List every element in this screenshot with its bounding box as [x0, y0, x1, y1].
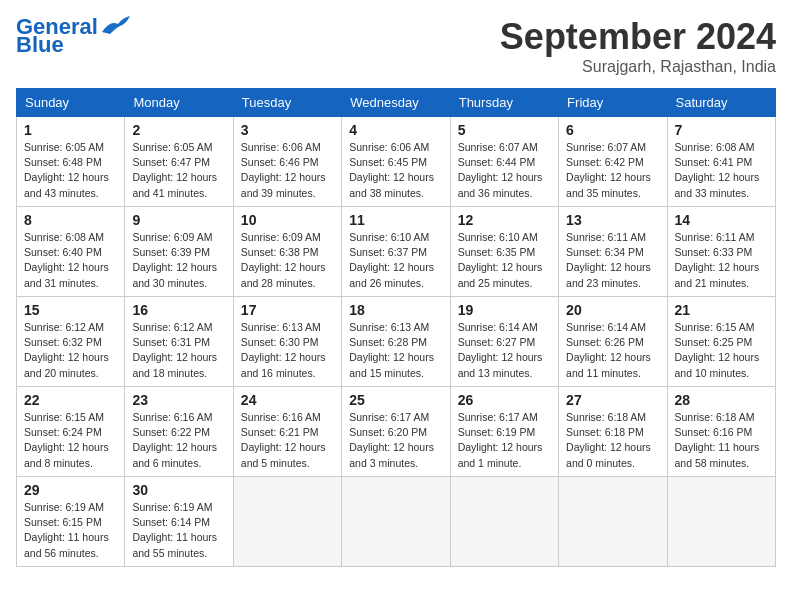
day-info: Sunrise: 6:18 AMSunset: 6:18 PMDaylight:…: [566, 411, 651, 469]
day-info: Sunrise: 6:19 AMSunset: 6:15 PMDaylight:…: [24, 501, 109, 559]
calendar-day-cell: 28 Sunrise: 6:18 AMSunset: 6:16 PMDaylig…: [667, 387, 775, 477]
day-info: Sunrise: 6:11 AMSunset: 6:33 PMDaylight:…: [675, 231, 760, 289]
logo-blue-text: Blue: [16, 34, 64, 56]
col-header-monday: Monday: [125, 89, 233, 117]
day-number: 5: [458, 122, 551, 138]
day-info: Sunrise: 6:13 AMSunset: 6:28 PMDaylight:…: [349, 321, 434, 379]
day-info: Sunrise: 6:07 AMSunset: 6:44 PMDaylight:…: [458, 141, 543, 199]
day-number: 6: [566, 122, 659, 138]
calendar-day-cell: 14 Sunrise: 6:11 AMSunset: 6:33 PMDaylig…: [667, 207, 775, 297]
day-number: 1: [24, 122, 117, 138]
col-header-thursday: Thursday: [450, 89, 558, 117]
empty-cell: [450, 477, 558, 567]
day-number: 22: [24, 392, 117, 408]
calendar-day-cell: 16 Sunrise: 6:12 AMSunset: 6:31 PMDaylig…: [125, 297, 233, 387]
page-header: General Blue September 2024 Surajgarh, R…: [16, 16, 776, 76]
empty-cell: [667, 477, 775, 567]
col-header-saturday: Saturday: [667, 89, 775, 117]
day-info: Sunrise: 6:19 AMSunset: 6:14 PMDaylight:…: [132, 501, 217, 559]
calendar-week-row: 15 Sunrise: 6:12 AMSunset: 6:32 PMDaylig…: [17, 297, 776, 387]
day-info: Sunrise: 6:15 AMSunset: 6:25 PMDaylight:…: [675, 321, 760, 379]
day-info: Sunrise: 6:10 AMSunset: 6:37 PMDaylight:…: [349, 231, 434, 289]
calendar-day-cell: 10 Sunrise: 6:09 AMSunset: 6:38 PMDaylig…: [233, 207, 341, 297]
month-year-title: September 2024: [500, 16, 776, 58]
day-number: 7: [675, 122, 768, 138]
col-header-wednesday: Wednesday: [342, 89, 450, 117]
col-header-sunday: Sunday: [17, 89, 125, 117]
day-number: 19: [458, 302, 551, 318]
calendar-day-cell: 5 Sunrise: 6:07 AMSunset: 6:44 PMDayligh…: [450, 117, 558, 207]
calendar-week-row: 8 Sunrise: 6:08 AMSunset: 6:40 PMDayligh…: [17, 207, 776, 297]
day-number: 16: [132, 302, 225, 318]
calendar-day-cell: 9 Sunrise: 6:09 AMSunset: 6:39 PMDayligh…: [125, 207, 233, 297]
day-number: 28: [675, 392, 768, 408]
calendar-day-cell: 25 Sunrise: 6:17 AMSunset: 6:20 PMDaylig…: [342, 387, 450, 477]
day-number: 17: [241, 302, 334, 318]
day-info: Sunrise: 6:13 AMSunset: 6:30 PMDaylight:…: [241, 321, 326, 379]
col-header-friday: Friday: [559, 89, 667, 117]
day-number: 26: [458, 392, 551, 408]
day-info: Sunrise: 6:09 AMSunset: 6:39 PMDaylight:…: [132, 231, 217, 289]
day-info: Sunrise: 6:17 AMSunset: 6:19 PMDaylight:…: [458, 411, 543, 469]
col-header-tuesday: Tuesday: [233, 89, 341, 117]
day-info: Sunrise: 6:11 AMSunset: 6:34 PMDaylight:…: [566, 231, 651, 289]
day-info: Sunrise: 6:16 AMSunset: 6:22 PMDaylight:…: [132, 411, 217, 469]
day-info: Sunrise: 6:07 AMSunset: 6:42 PMDaylight:…: [566, 141, 651, 199]
day-number: 21: [675, 302, 768, 318]
day-info: Sunrise: 6:14 AMSunset: 6:27 PMDaylight:…: [458, 321, 543, 379]
day-info: Sunrise: 6:18 AMSunset: 6:16 PMDaylight:…: [675, 411, 760, 469]
calendar-week-row: 1 Sunrise: 6:05 AMSunset: 6:48 PMDayligh…: [17, 117, 776, 207]
logo-bird-icon: [100, 14, 132, 36]
calendar-day-cell: 8 Sunrise: 6:08 AMSunset: 6:40 PMDayligh…: [17, 207, 125, 297]
calendar-day-cell: 3 Sunrise: 6:06 AMSunset: 6:46 PMDayligh…: [233, 117, 341, 207]
calendar-day-cell: 30 Sunrise: 6:19 AMSunset: 6:14 PMDaylig…: [125, 477, 233, 567]
calendar-day-cell: 13 Sunrise: 6:11 AMSunset: 6:34 PMDaylig…: [559, 207, 667, 297]
calendar-day-cell: 21 Sunrise: 6:15 AMSunset: 6:25 PMDaylig…: [667, 297, 775, 387]
day-info: Sunrise: 6:17 AMSunset: 6:20 PMDaylight:…: [349, 411, 434, 469]
day-info: Sunrise: 6:12 AMSunset: 6:31 PMDaylight:…: [132, 321, 217, 379]
calendar-day-cell: 4 Sunrise: 6:06 AMSunset: 6:45 PMDayligh…: [342, 117, 450, 207]
calendar-day-cell: 12 Sunrise: 6:10 AMSunset: 6:35 PMDaylig…: [450, 207, 558, 297]
day-number: 30: [132, 482, 225, 498]
calendar-day-cell: 22 Sunrise: 6:15 AMSunset: 6:24 PMDaylig…: [17, 387, 125, 477]
empty-cell: [559, 477, 667, 567]
day-info: Sunrise: 6:16 AMSunset: 6:21 PMDaylight:…: [241, 411, 326, 469]
calendar-day-cell: 26 Sunrise: 6:17 AMSunset: 6:19 PMDaylig…: [450, 387, 558, 477]
day-number: 25: [349, 392, 442, 408]
day-number: 14: [675, 212, 768, 228]
day-info: Sunrise: 6:09 AMSunset: 6:38 PMDaylight:…: [241, 231, 326, 289]
day-info: Sunrise: 6:08 AMSunset: 6:40 PMDaylight:…: [24, 231, 109, 289]
day-number: 10: [241, 212, 334, 228]
calendar-week-row: 29 Sunrise: 6:19 AMSunset: 6:15 PMDaylig…: [17, 477, 776, 567]
day-info: Sunrise: 6:15 AMSunset: 6:24 PMDaylight:…: [24, 411, 109, 469]
day-number: 20: [566, 302, 659, 318]
calendar-day-cell: 24 Sunrise: 6:16 AMSunset: 6:21 PMDaylig…: [233, 387, 341, 477]
calendar-day-cell: 23 Sunrise: 6:16 AMSunset: 6:22 PMDaylig…: [125, 387, 233, 477]
day-info: Sunrise: 6:06 AMSunset: 6:46 PMDaylight:…: [241, 141, 326, 199]
day-info: Sunrise: 6:05 AMSunset: 6:48 PMDaylight:…: [24, 141, 109, 199]
day-number: 23: [132, 392, 225, 408]
title-block: September 2024 Surajgarh, Rajasthan, Ind…: [500, 16, 776, 76]
calendar-table: SundayMondayTuesdayWednesdayThursdayFrid…: [16, 88, 776, 567]
calendar-day-cell: 11 Sunrise: 6:10 AMSunset: 6:37 PMDaylig…: [342, 207, 450, 297]
day-number: 4: [349, 122, 442, 138]
day-info: Sunrise: 6:10 AMSunset: 6:35 PMDaylight:…: [458, 231, 543, 289]
day-number: 8: [24, 212, 117, 228]
day-number: 13: [566, 212, 659, 228]
day-info: Sunrise: 6:14 AMSunset: 6:26 PMDaylight:…: [566, 321, 651, 379]
day-number: 27: [566, 392, 659, 408]
day-number: 9: [132, 212, 225, 228]
calendar-header-row: SundayMondayTuesdayWednesdayThursdayFrid…: [17, 89, 776, 117]
calendar-day-cell: 6 Sunrise: 6:07 AMSunset: 6:42 PMDayligh…: [559, 117, 667, 207]
empty-cell: [342, 477, 450, 567]
day-info: Sunrise: 6:05 AMSunset: 6:47 PMDaylight:…: [132, 141, 217, 199]
calendar-day-cell: 15 Sunrise: 6:12 AMSunset: 6:32 PMDaylig…: [17, 297, 125, 387]
calendar-day-cell: 20 Sunrise: 6:14 AMSunset: 6:26 PMDaylig…: [559, 297, 667, 387]
day-number: 11: [349, 212, 442, 228]
day-number: 29: [24, 482, 117, 498]
day-number: 15: [24, 302, 117, 318]
day-number: 18: [349, 302, 442, 318]
day-number: 2: [132, 122, 225, 138]
calendar-day-cell: 7 Sunrise: 6:08 AMSunset: 6:41 PMDayligh…: [667, 117, 775, 207]
day-number: 24: [241, 392, 334, 408]
